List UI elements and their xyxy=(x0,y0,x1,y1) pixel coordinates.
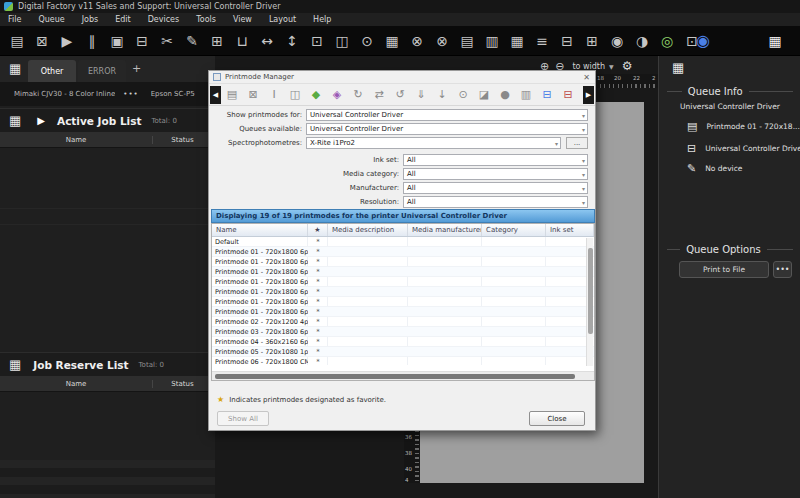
center-page-icon[interactable]: ⊙ xyxy=(356,29,378,53)
fit-width-icon[interactable]: ↔ xyxy=(256,29,278,53)
tab-error[interactable]: ERROR xyxy=(78,60,126,82)
sync-printmode-icon[interactable]: ⇄ xyxy=(370,86,388,104)
add-job-icon[interactable]: ▤ xyxy=(6,29,28,53)
menu-edit[interactable]: Edit xyxy=(115,15,131,24)
close-icon[interactable]: ✕ xyxy=(583,73,590,82)
column-ink-set[interactable]: Ink set xyxy=(546,224,594,236)
delete-printmode-icon[interactable]: ⊠ xyxy=(244,86,262,104)
print-to-file-icon[interactable]: ⊟ xyxy=(556,29,578,53)
add-tab-button[interactable]: + xyxy=(132,62,141,75)
menu-devices[interactable]: Devices xyxy=(148,15,180,24)
column-media-description[interactable]: Media description xyxy=(328,224,408,236)
knife-icon[interactable]: ✎ xyxy=(181,29,203,53)
printer-tab-epson[interactable]: Epson SC-P5000 Color LLk xyxy=(151,90,195,98)
close-button[interactable]: Close xyxy=(529,411,585,426)
active-job-list-body[interactable] xyxy=(0,148,215,352)
job-reserve-list-body[interactable] xyxy=(0,392,215,460)
queue-panel-grid-icon[interactable]: ▦ xyxy=(672,61,684,74)
color-search-icon[interactable]: ◉ xyxy=(606,29,628,53)
palette-icon[interactable]: ◑ xyxy=(631,29,653,53)
copy-job-icon[interactable]: ▤ xyxy=(456,29,478,53)
queue-manager-icon[interactable]: ▦ xyxy=(506,29,528,53)
duplicate-printmode-icon[interactable]: ◫ xyxy=(286,86,304,104)
close-all-icon[interactable]: ⊗ xyxy=(431,29,453,53)
ink-limit-icon[interactable]: ● xyxy=(496,86,514,104)
queues-available-select[interactable]: Universal Controller Driver ▾ xyxy=(306,123,588,135)
printmode-row[interactable]: Printmode 01 - 720x1800 6p CMYKW ... * xyxy=(212,307,594,317)
column-status[interactable]: Status xyxy=(152,380,212,388)
import-printmode-icon[interactable]: ↓ xyxy=(433,86,451,104)
media-category-select[interactable]: All ▾ xyxy=(403,168,588,180)
print-options-more-button[interactable]: ••• xyxy=(773,261,792,278)
menu-tools[interactable]: Tools xyxy=(196,15,216,24)
resume-job-icon[interactable]: ▶ xyxy=(56,29,78,53)
menu-layout[interactable]: Layout xyxy=(269,15,296,24)
print-chart-icon[interactable]: ⊟ xyxy=(559,86,577,104)
move-job-icon[interactable]: ▥ xyxy=(481,29,503,53)
new-printmode-icon[interactable]: ▤ xyxy=(223,86,241,104)
tile-pages-icon[interactable]: ▦ xyxy=(381,29,403,53)
play-icon[interactable]: ▶ xyxy=(37,115,45,126)
menu-help[interactable]: Help xyxy=(313,15,331,24)
navigator-icon[interactable]: ◉ xyxy=(692,29,714,53)
fit-height-icon[interactable]: ↕ xyxy=(281,29,303,53)
scrollbar-thumb[interactable] xyxy=(588,248,593,334)
scrollbar-thumb[interactable] xyxy=(215,374,575,379)
column-name[interactable]: Name xyxy=(0,136,152,144)
menu-view[interactable]: View xyxy=(233,15,252,24)
fit-page-icon[interactable]: ⊡ xyxy=(306,29,328,53)
column-category[interactable]: Category xyxy=(482,224,546,236)
printer-settings-icon[interactable]: ⊞ xyxy=(581,29,603,53)
workspace-grid-icon[interactable]: ▦ xyxy=(9,62,21,75)
spectro-more-button[interactable]: ... xyxy=(566,137,588,149)
spectrophotometres-select[interactable]: X-Rite i1Pro2 ▾ xyxy=(306,137,561,149)
delete-job-icon[interactable]: ⊠ xyxy=(31,29,53,53)
show-all-button[interactable]: Show All xyxy=(217,411,269,426)
menu-file[interactable]: File xyxy=(8,15,21,24)
printer-tab-mimaki[interactable]: Mimaki CJV30 - 8 Color Inline xyxy=(14,90,115,98)
rip-job-icon[interactable]: ⊞ xyxy=(206,29,228,53)
refresh-printmode-icon[interactable]: ↻ xyxy=(349,86,367,104)
printmode-row[interactable]: Printmode 01 - 720x1800 6p CMYKW ... * xyxy=(212,297,594,307)
archive-job-icon[interactable]: ⊔ xyxy=(231,29,253,53)
printmode-row[interactable]: Printmode 01 - 720x1800 6p CMYKW * xyxy=(212,247,594,257)
print-swatch-icon[interactable]: ⊟ xyxy=(538,86,556,104)
printmode-row[interactable]: Printmode 05 - 720x1080 1p CMYKWW * xyxy=(212,347,594,357)
close-queue-icon[interactable]: ⊗ xyxy=(406,29,428,53)
dialog-title-bar[interactable]: Printmode Manager xyxy=(209,71,595,84)
printmode-row[interactable]: Default * xyxy=(212,237,594,247)
printmode-row[interactable]: Printmode 04 - 360x2160 6p CMYKWW * xyxy=(212,337,594,347)
rename-printmode-icon[interactable]: I xyxy=(265,86,283,104)
favorite-star-icon[interactable]: ★ xyxy=(308,224,328,236)
export-printmode-icon[interactable]: ⇓ xyxy=(412,86,430,104)
pages-icon[interactable]: ▣ xyxy=(106,29,128,53)
fit-selection-icon[interactable]: ◫ xyxy=(331,29,353,53)
printmode-row[interactable]: Printmode 06 - 720x1800 CMYKW * xyxy=(212,357,594,365)
linearization-icon[interactable]: ◪ xyxy=(475,86,493,104)
job-properties-icon[interactable]: ≡ xyxy=(531,29,553,53)
column-media-manufacturer[interactable]: Media manufacturer xyxy=(408,224,482,236)
manufacturer-select[interactable]: All ▾ xyxy=(403,182,588,194)
layout-grid-icon[interactable]: ▦ xyxy=(764,29,786,53)
gear-icon[interactable]: ⚙ xyxy=(622,59,633,73)
print-to-file-button[interactable]: Print to File xyxy=(679,261,769,278)
table-vertical-scrollbar[interactable] xyxy=(586,238,593,366)
printmode-row[interactable]: Printmode 01 - 720x1800 6p CMYKW ... * xyxy=(212,267,594,277)
toolbar-scroll-right-icon[interactable]: ▶ xyxy=(583,86,594,104)
tab-other[interactable]: Other xyxy=(28,60,76,82)
import-profile-icon[interactable]: ◈ xyxy=(328,86,346,104)
printmode-row[interactable]: Printmode 02 - 720x1200 4p CMYKW * xyxy=(212,317,594,327)
printmode-settings-icon[interactable]: ⊙ xyxy=(454,86,472,104)
print-job-icon[interactable]: ⊟ xyxy=(131,29,153,53)
resolution-select[interactable]: All ▾ xyxy=(403,196,588,208)
copy-printmode-icon[interactable]: ▥ xyxy=(517,86,535,104)
revert-printmode-icon[interactable]: ↺ xyxy=(391,86,409,104)
printmode-row[interactable]: Printmode 01 - 720x1800 6p CMYKW ... * xyxy=(212,277,594,287)
toolbar-scroll-left-icon[interactable]: ◀ xyxy=(210,86,221,104)
column-name[interactable]: Name xyxy=(212,224,308,236)
hold-job-icon[interactable]: ∥ xyxy=(81,29,103,53)
ink-set-select[interactable]: All ▾ xyxy=(403,154,588,166)
show-printmodes-select[interactable]: Universal Controller Driver ▾ xyxy=(306,109,588,121)
column-name[interactable]: Name xyxy=(0,380,152,388)
job-reserve-list-grid-icon[interactable]: ▦ xyxy=(9,358,21,371)
